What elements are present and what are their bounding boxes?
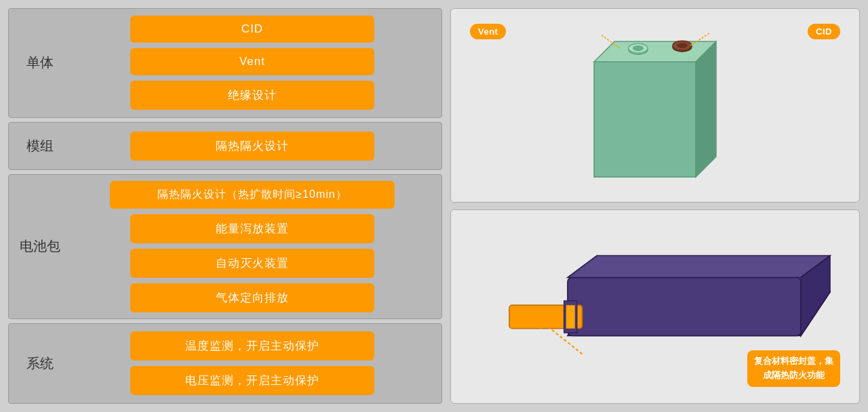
section-label-single: 单体 xyxy=(20,54,60,72)
btn-pack-2[interactable]: 自动灭火装置 xyxy=(130,249,374,278)
btn-single-2[interactable]: 绝缘设计 xyxy=(130,81,374,110)
vent-label: Vent xyxy=(470,24,506,39)
buttons-col-single: CIDVent绝缘设计 xyxy=(74,16,431,110)
svg-rect-12 xyxy=(568,278,801,336)
btn-pack-1[interactable]: 能量泻放装置 xyxy=(130,214,374,243)
buttons-col-system: 温度监测，开启主动保护电压监测，开启主动保护 xyxy=(74,331,431,395)
cid-label: CID xyxy=(808,24,840,39)
section-module: 模组隔热隔火设计 xyxy=(8,122,442,170)
svg-point-5 xyxy=(633,45,644,51)
right-panel: Vent CID xyxy=(450,8,860,404)
svg-marker-1 xyxy=(594,41,716,62)
btn-system-0[interactable]: 温度监测，开启主动保护 xyxy=(130,331,374,360)
battery-cell-svg xyxy=(574,21,736,197)
btn-pack-3[interactable]: 气体定向排放 xyxy=(130,283,374,312)
section-label-system: 系统 xyxy=(20,354,60,373)
section-system: 系统温度监测，开启主动保护电压监测，开启主动保护 xyxy=(8,323,442,404)
section-single: 单体CIDVent绝缘设计 xyxy=(8,8,442,118)
buttons-col-pack: 隔热隔火设计（热扩散时间≥10min）能量泻放装置自动灭火装置气体定向排放 xyxy=(74,181,431,312)
btn-system-1[interactable]: 电压监测，开启主动保护 xyxy=(130,366,374,395)
svg-marker-0 xyxy=(594,62,696,177)
svg-point-8 xyxy=(677,43,688,48)
buttons-col-module: 隔热隔火设计 xyxy=(74,131,431,161)
battery-cell-diagram: Vent CID xyxy=(450,8,860,203)
svg-marker-2 xyxy=(696,41,716,177)
section-label-pack: 电池包 xyxy=(20,237,60,255)
svg-marker-13 xyxy=(568,255,830,277)
pouch-cell-diagram: 复合材料密封盖，集 成隔热防火功能 xyxy=(450,209,860,404)
section-pack: 电池包隔热隔火设计（热扩散时间≥10min）能量泻放装置自动灭火装置气体定向排放 xyxy=(8,174,442,319)
section-label-module: 模组 xyxy=(20,137,60,155)
pouch-tooltip: 复合材料密封盖，集 成隔热防火功能 xyxy=(747,350,840,387)
btn-module-0[interactable]: 隔热隔火设计 xyxy=(130,131,374,161)
left-panel: 单体CIDVent绝缘设计模组隔热隔火设计电池包隔热隔火设计（热扩散时间≥10m… xyxy=(8,8,442,404)
btn-pack-0[interactable]: 隔热隔火设计（热扩散时间≥10min） xyxy=(110,181,395,209)
btn-single-1[interactable]: Vent xyxy=(130,48,374,75)
svg-rect-17 xyxy=(566,305,575,328)
btn-single-0[interactable]: CID xyxy=(130,16,374,43)
